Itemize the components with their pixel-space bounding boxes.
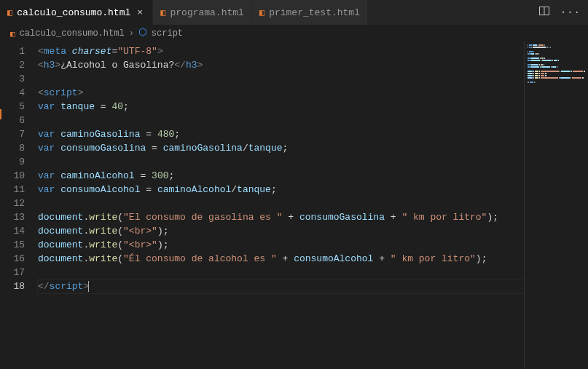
line-number: 1 <box>0 44 38 58</box>
symbol-namespace-icon <box>138 28 147 39</box>
code-line[interactable] <box>38 197 524 210</box>
code-line[interactable] <box>38 114 524 127</box>
line-number: 9 <box>0 155 38 169</box>
line-number: 18 <box>0 279 38 293</box>
line-number: 11 <box>0 183 38 197</box>
breadcrumb-file[interactable]: calculo_consumo.html <box>20 28 125 39</box>
text-editor[interactable]: 123456789101112131415161718 <meta charse… <box>0 41 524 369</box>
breadcrumbs[interactable]: ◧ calculo_consumo.html › script <box>0 25 588 41</box>
tabs-container: ◧calculo_consumo.html×◧programa.html◧pri… <box>0 0 368 25</box>
code-line[interactable]: document.write("<br>"); <box>38 238 524 252</box>
tab-label: calculo_consumo.html <box>17 7 130 18</box>
line-number: 3 <box>0 72 38 86</box>
line-number: 16 <box>0 252 38 266</box>
minimap-content <box>528 44 585 84</box>
code-line[interactable]: </script> <box>38 279 524 293</box>
line-number: 17 <box>0 266 38 279</box>
line-number: 8 <box>0 141 38 155</box>
html-file-icon: ◧ <box>7 7 12 18</box>
minimap[interactable] <box>524 41 588 369</box>
close-icon[interactable]: × <box>135 7 145 18</box>
tab-label: primer_test.html <box>269 7 360 18</box>
code-line[interactable]: <meta charset="UTF-8"> <box>38 44 524 58</box>
line-number: 12 <box>0 197 38 210</box>
code-line[interactable]: document.write("<br>"); <box>38 224 524 238</box>
tab-primer_test-html[interactable]: ◧primer_test.html <box>252 0 368 25</box>
activity-bar-accent <box>0 109 1 119</box>
html-file-icon: ◧ <box>10 29 15 39</box>
editor-actions: ··· <box>531 0 588 25</box>
more-actions-icon[interactable]: ··· <box>560 7 581 18</box>
line-numbers-gutter: 123456789101112131415161718 <box>0 41 38 369</box>
code-line[interactable]: var consumoAlcohol = caminoAlcohol/tanqu… <box>38 183 524 197</box>
code-line[interactable] <box>38 266 524 279</box>
line-number: 13 <box>0 210 38 224</box>
code-line[interactable] <box>38 72 524 86</box>
line-number: 10 <box>0 169 38 183</box>
tab-label: programa.html <box>170 7 244 18</box>
code-content[interactable]: <meta charset="UTF-8"><h3>¿Alcohol o Gas… <box>38 41 524 369</box>
tabs-bar: ◧calculo_consumo.html×◧programa.html◧pri… <box>0 0 588 25</box>
tab-calculo_consumo-html[interactable]: ◧calculo_consumo.html× <box>0 0 153 25</box>
code-line[interactable] <box>38 155 524 169</box>
code-line[interactable]: <h3>¿Alcohol o Gasolina?</h3> <box>38 58 524 72</box>
line-number: 6 <box>0 114 38 127</box>
code-line[interactable]: <script> <box>38 86 524 100</box>
editor-area: 123456789101112131415161718 <meta charse… <box>0 41 588 369</box>
code-line[interactable]: var consumoGasolina = caminoGasolina/tan… <box>38 141 524 155</box>
html-file-icon: ◧ <box>160 7 165 18</box>
line-number: 4 <box>0 86 38 100</box>
tab-programa-html[interactable]: ◧programa.html <box>153 0 252 25</box>
split-editor-icon[interactable] <box>538 5 550 20</box>
code-line[interactable]: document.write("Él consumo de alcohol es… <box>38 252 524 266</box>
html-file-icon: ◧ <box>259 7 264 18</box>
code-line[interactable]: var caminoAlcohol = 300; <box>38 169 524 183</box>
breadcrumb-symbol[interactable]: script <box>152 28 183 39</box>
chevron-right-icon: › <box>129 28 134 39</box>
code-line[interactable]: var caminoGasolina = 480; <box>38 127 524 141</box>
line-number: 5 <box>0 100 38 114</box>
line-number: 14 <box>0 224 38 238</box>
code-line[interactable]: document.write("El consumo de gasolina e… <box>38 210 524 224</box>
code-line[interactable]: var tanque = 40; <box>38 100 524 114</box>
line-number: 15 <box>0 238 38 252</box>
line-number: 2 <box>0 58 38 72</box>
line-number: 7 <box>0 127 38 141</box>
